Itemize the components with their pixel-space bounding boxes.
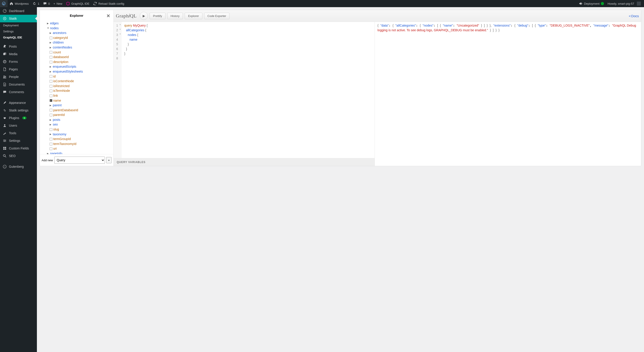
updates-count: 1 (38, 2, 39, 5)
update-icon (32, 1, 36, 5)
admin-topbar: Wordpress 1 0 +New GraphiQL IDE Reload S… (0, 0, 644, 7)
reload-label: Reload Statik config (98, 2, 124, 5)
site-link[interactable]: Wordpress (8, 0, 31, 7)
reload-link[interactable]: Reload Statik config (91, 0, 126, 7)
svg-point-4 (68, 5, 68, 5)
site-name: Wordpress (15, 2, 29, 5)
new-link[interactable]: +New (52, 0, 64, 7)
deployment-label: Deployment (584, 2, 600, 5)
deployment-link[interactable]: Deployment (577, 0, 606, 7)
comment-icon (43, 1, 47, 5)
avatar (637, 1, 641, 5)
svg-point-6 (66, 2, 67, 3)
megaphone-icon (579, 1, 583, 5)
graphiql-label: GraphiQL IDE (71, 2, 90, 5)
reload-icon (93, 1, 97, 5)
graphiql-link[interactable]: GraphiQL IDE (64, 0, 91, 7)
comments-link[interactable]: 0 (41, 0, 52, 7)
svg-point-1 (68, 1, 68, 2)
comments-count: 0 (48, 2, 50, 5)
graphql-icon (66, 1, 70, 5)
svg-point-3 (69, 4, 70, 5)
new-label: New (56, 2, 62, 5)
wp-logo[interactable] (0, 0, 8, 7)
svg-point-2 (69, 2, 70, 3)
wordpress-icon (2, 1, 6, 5)
howdy-text: Howdy, smart-pig-57 (608, 2, 634, 5)
plus-icon: + (54, 2, 55, 5)
home-icon (10, 1, 14, 5)
status-dot-icon (601, 2, 604, 5)
svg-point-5 (66, 4, 67, 5)
updates-link[interactable]: 1 (31, 0, 41, 7)
account-link[interactable]: Howdy, smart-pig-57 (606, 0, 643, 7)
